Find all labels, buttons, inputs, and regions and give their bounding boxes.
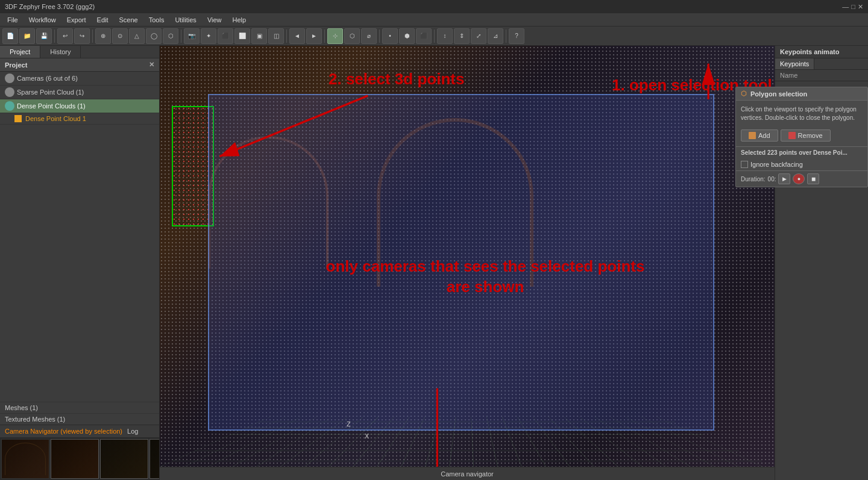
toolbar-btn10[interactable]: ⬛ bbox=[218, 28, 233, 44]
polygon-panel: ⬡ Polygon selection Click on the viewpor… bbox=[735, 87, 868, 187]
toolbar-select[interactable]: ⊹ bbox=[327, 28, 343, 44]
toolbar-btn20[interactable]: ↕ bbox=[437, 28, 453, 44]
toolbar-redo[interactable]: ↪ bbox=[74, 28, 90, 44]
toolbar-btn3[interactable]: ⊕ bbox=[95, 28, 111, 44]
toolbar-btn11[interactable]: ⬜ bbox=[234, 28, 250, 44]
textured-meshes-label: Textured Meshes (1) bbox=[5, 416, 65, 423]
toolbar-undo[interactable]: ↩ bbox=[57, 28, 73, 44]
toolbar: 📄 📁 💾 ↩ ↪ ⊕ ⊙ △ ◯ ⬡ 📷 ✦ ⬛ ⬜ ▣ ◫ ◄ ► ⊹ ⬡ … bbox=[0, 26, 868, 46]
cam-thumbnails bbox=[0, 438, 159, 480]
menu-file[interactable]: File bbox=[2, 15, 23, 25]
duration-value: 00: bbox=[768, 176, 776, 182]
polygon-remove-btn[interactable]: Remove bbox=[781, 129, 831, 142]
stop-btn[interactable]: ◼ bbox=[807, 173, 819, 184]
menu-utilities[interactable]: Utilities bbox=[170, 15, 201, 25]
tree-meshes[interactable]: Meshes (1) bbox=[0, 402, 159, 413]
toolbar-btn9[interactable]: ✦ bbox=[201, 28, 216, 44]
toolbar-btn13[interactable]: ◫ bbox=[268, 28, 284, 44]
dense-icon bbox=[5, 101, 14, 111]
title-bar: 3DF Zephyr Free 3.702 (ggg2) — □ ✕ bbox=[0, 0, 868, 13]
polygon-panel-body: Click on the viewport to specify the pol… bbox=[736, 101, 867, 127]
menu-edit[interactable]: Edit bbox=[92, 15, 113, 25]
play-btn[interactable]: ▶ bbox=[778, 173, 790, 184]
toolbar-point[interactable]: • bbox=[382, 28, 398, 44]
tree-textured-meshes[interactable]: Textured Meshes (1) bbox=[0, 413, 159, 425]
toolbar-texture[interactable]: ⬛ bbox=[416, 28, 432, 44]
dense-label: Dense Point Clouds (1) bbox=[17, 102, 86, 110]
ignore-backfacing-label: Ignore backfacing bbox=[750, 161, 803, 168]
status-suffix: points over Dense Poi... bbox=[778, 149, 848, 156]
toolbar-btn5[interactable]: △ bbox=[129, 28, 145, 44]
toolbar-btn21[interactable]: ⇕ bbox=[454, 28, 470, 44]
viewport[interactable]: 2. select 3d points 1. open selection to… bbox=[160, 46, 775, 467]
menu-help[interactable]: Help bbox=[228, 15, 251, 25]
toolbar-btn4[interactable]: ⊙ bbox=[112, 28, 128, 44]
sparse-label: Sparse Point Cloud (1) bbox=[17, 89, 84, 96]
record-btn[interactable]: ● bbox=[793, 173, 805, 184]
toolbar-sep7 bbox=[434, 30, 435, 43]
keypoints-header-label: Keypoints animato bbox=[780, 48, 839, 55]
left-tabs: Project History bbox=[0, 46, 159, 58]
toolbar-btn22[interactable]: ⤢ bbox=[471, 28, 486, 44]
tab-project[interactable]: Project bbox=[0, 46, 40, 58]
duration-bar: Duration: 00: ▶ ● ◼ bbox=[736, 170, 867, 187]
cam-thumb-3[interactable] bbox=[100, 439, 148, 479]
tab-history[interactable]: History bbox=[40, 46, 81, 58]
main-layout: Project History Project ✕ Cameras (6 out… bbox=[0, 46, 868, 480]
cam-thumb-1[interactable] bbox=[1, 439, 49, 479]
toolbar-new[interactable]: 📄 bbox=[2, 28, 18, 44]
menu-scene[interactable]: Scene bbox=[115, 15, 143, 25]
menu-export[interactable]: Export bbox=[62, 15, 91, 25]
viewport-status: Camera navigator bbox=[160, 467, 775, 480]
minimize-btn[interactable]: — bbox=[842, 3, 849, 11]
toolbar-btn6[interactable]: ◯ bbox=[146, 28, 162, 44]
polygon-panel-header: ⬡ Polygon selection bbox=[736, 87, 867, 101]
cam-thumb-4[interactable] bbox=[149, 439, 159, 479]
toolbar-open[interactable]: 📁 bbox=[19, 28, 35, 44]
menu-tools[interactable]: Tools bbox=[144, 15, 169, 25]
dense-cloud-1-label: Dense Point Cloud 1 bbox=[25, 115, 86, 122]
toolbar-btn7[interactable]: ⬡ bbox=[163, 28, 178, 44]
cam-nav-tab-log[interactable]: Log bbox=[127, 428, 138, 435]
toolbar-mesh[interactable]: ⬢ bbox=[399, 28, 415, 44]
polygon-add-btn[interactable]: Add bbox=[741, 129, 778, 142]
cameras-label: Cameras (6 out of 6) bbox=[17, 75, 78, 82]
add-btn-label: Add bbox=[758, 132, 770, 139]
add-btn-icon bbox=[749, 132, 756, 139]
project-header: Project ✕ bbox=[0, 58, 159, 72]
menu-bar: File Workflow Export Edit Scene Tools Ut… bbox=[0, 13, 868, 26]
tree-dense-clouds[interactable]: Dense Point Clouds (1) bbox=[0, 99, 159, 113]
tree-dense-cloud-1[interactable]: Dense Point Cloud 1 bbox=[0, 113, 159, 125]
toolbar-camera[interactable]: 📷 bbox=[184, 28, 200, 44]
cam-thumb-2[interactable] bbox=[51, 439, 99, 479]
toolbar-arrow-right[interactable]: ► bbox=[306, 28, 322, 44]
kp-tab-keypoints[interactable]: Keypoints bbox=[775, 58, 814, 69]
cam-nav-bar: Camera Navigator (viewed by selection) L… bbox=[0, 425, 159, 438]
menu-workflow[interactable]: Workflow bbox=[24, 15, 61, 25]
remove-btn-label: Remove bbox=[798, 132, 823, 139]
ignore-backfacing-checkbox[interactable] bbox=[741, 161, 748, 168]
polygon-status: Selected 223 points over Dense Poi... bbox=[736, 146, 867, 158]
toolbar-arrow-left[interactable]: ◄ bbox=[289, 28, 305, 44]
toolbar-poly-select[interactable]: ⬡ bbox=[344, 28, 360, 44]
toolbar-btn12[interactable]: ▣ bbox=[251, 28, 267, 44]
project-close-btn[interactable]: ✕ bbox=[149, 61, 154, 69]
cam-nav-tab-selection[interactable]: Camera Navigator (viewed by selection) bbox=[5, 428, 122, 435]
tree-sparse[interactable]: Sparse Point Cloud (1) bbox=[0, 86, 159, 99]
title-bar-controls[interactable]: — □ ✕ bbox=[842, 3, 863, 11]
project-spacer bbox=[0, 125, 159, 402]
dense-cloud-icon bbox=[14, 115, 22, 122]
maximize-btn[interactable]: □ bbox=[851, 3, 855, 11]
toolbar-lasso[interactable]: ⌀ bbox=[361, 28, 377, 44]
selection-overlay bbox=[208, 94, 714, 431]
tree-cameras[interactable]: Cameras (6 out of 6) bbox=[0, 72, 159, 86]
selected-count: 223 bbox=[767, 149, 778, 156]
close-btn[interactable]: ✕ bbox=[858, 3, 863, 11]
remove-btn-icon bbox=[788, 132, 796, 139]
menu-view[interactable]: View bbox=[203, 15, 227, 25]
keypoints-tabs: Keypoints bbox=[775, 58, 868, 70]
right-panel-header: Keypoints animato bbox=[775, 46, 868, 58]
toolbar-save[interactable]: 💾 bbox=[36, 28, 52, 44]
toolbar-btn23[interactable]: ⊿ bbox=[488, 28, 503, 44]
toolbar-help[interactable]: ? bbox=[509, 28, 524, 44]
